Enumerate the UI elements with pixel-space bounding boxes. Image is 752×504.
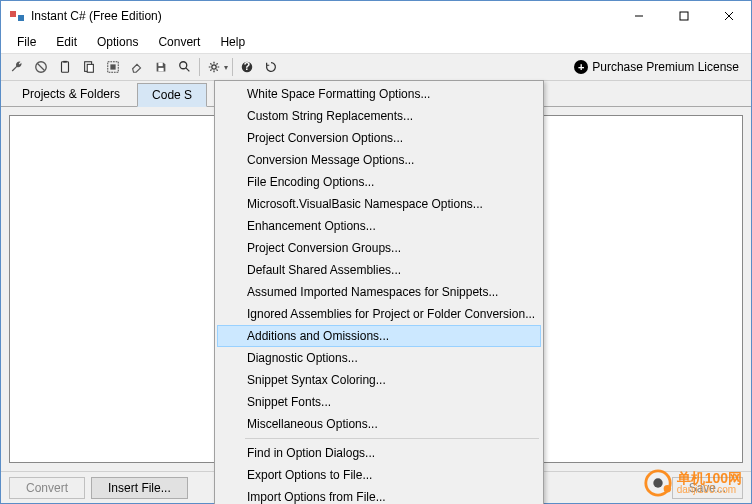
svg-rect-14 xyxy=(158,63,162,67)
svg-line-7 xyxy=(38,64,45,71)
gear-icon[interactable] xyxy=(203,56,225,78)
titlebar: Instant C# (Free Edition) xyxy=(1,1,751,31)
dropdown-item[interactable]: Snippet Fonts... xyxy=(217,391,541,413)
dropdown-item[interactable]: Snippet Syntax Coloring... xyxy=(217,369,541,391)
save-icon[interactable] xyxy=(150,56,172,78)
insert-file-button[interactable]: Insert File... xyxy=(91,477,188,499)
minimize-button[interactable] xyxy=(616,1,661,31)
window-controls xyxy=(616,1,751,31)
plus-circle-icon: + xyxy=(574,60,588,74)
dropdown-item[interactable]: Miscellaneous Options... xyxy=(217,413,541,435)
menu-help[interactable]: Help xyxy=(210,33,255,51)
dropdown-item[interactable]: Find in Option Dialogs... xyxy=(217,442,541,464)
dropdown-item[interactable]: Project Conversion Options... xyxy=(217,127,541,149)
menu-edit[interactable]: Edit xyxy=(46,33,87,51)
paste-icon[interactable] xyxy=(78,56,100,78)
tab-projects-folders[interactable]: Projects & Folders xyxy=(7,82,135,106)
svg-point-16 xyxy=(180,62,187,69)
gear-dropdown-caret[interactable]: ▾ xyxy=(224,63,228,72)
dropdown-item[interactable]: Export Options to File... xyxy=(217,464,541,486)
svg-rect-15 xyxy=(158,68,163,72)
refresh-icon[interactable] xyxy=(260,56,282,78)
menu-file[interactable]: File xyxy=(7,33,46,51)
options-dropdown-menu: White Space Formatting Options... Custom… xyxy=(214,80,544,504)
toolbar-separator xyxy=(199,58,200,76)
dropdown-item[interactable]: White Space Formatting Options... xyxy=(217,83,541,105)
dropdown-item[interactable]: Project Conversion Groups... xyxy=(217,237,541,259)
purchase-label: Purchase Premium License xyxy=(592,60,739,74)
svg-rect-0 xyxy=(10,11,16,17)
erase-icon[interactable] xyxy=(126,56,148,78)
toolbar: ▾ ? + Purchase Premium License xyxy=(1,53,751,81)
dropdown-item-additions-omissions[interactable]: Additions and Omissions... xyxy=(217,325,541,347)
app-icon xyxy=(9,8,25,24)
dropdown-item[interactable]: Diagnostic Options... xyxy=(217,347,541,369)
menu-options[interactable]: Options xyxy=(87,33,148,51)
dropdown-item[interactable]: Microsoft.VisualBasic Namespace Options.… xyxy=(217,193,541,215)
dropdown-item[interactable]: Conversion Message Options... xyxy=(217,149,541,171)
svg-text:?: ? xyxy=(244,60,250,72)
menubar: File Edit Options Convert Help xyxy=(1,31,751,53)
window-title: Instant C# (Free Edition) xyxy=(31,9,616,23)
convert-button[interactable]: Convert xyxy=(9,477,85,499)
save-button[interactable]: Save... xyxy=(672,477,743,499)
purchase-link[interactable]: + Purchase Premium License xyxy=(566,60,747,74)
tab-code-snippets[interactable]: Code S xyxy=(137,83,207,107)
dropdown-item[interactable]: Import Options from File... xyxy=(217,486,541,504)
svg-rect-9 xyxy=(63,61,67,63)
select-all-icon[interactable] xyxy=(102,56,124,78)
clipboard-icon[interactable] xyxy=(54,56,76,78)
menu-convert[interactable]: Convert xyxy=(148,33,210,51)
svg-rect-8 xyxy=(62,62,69,73)
dropdown-item[interactable]: Custom String Replacements... xyxy=(217,105,541,127)
dropdown-item[interactable]: File Encoding Options... xyxy=(217,171,541,193)
wrench-icon[interactable] xyxy=(6,56,28,78)
help-icon[interactable]: ? xyxy=(236,56,258,78)
svg-rect-3 xyxy=(680,12,688,20)
svg-line-17 xyxy=(186,68,190,72)
dropdown-item[interactable]: Ignored Assemblies for Project or Folder… xyxy=(217,303,541,325)
close-button[interactable] xyxy=(706,1,751,31)
svg-rect-1 xyxy=(18,15,24,21)
dropdown-separator xyxy=(245,438,539,439)
dropdown-item[interactable]: Default Shared Assemblies... xyxy=(217,259,541,281)
maximize-button[interactable] xyxy=(661,1,706,31)
dropdown-item[interactable]: Assumed Imported Namespaces for Snippets… xyxy=(217,281,541,303)
svg-point-18 xyxy=(212,65,216,69)
search-icon[interactable] xyxy=(174,56,196,78)
dropdown-item[interactable]: Enhancement Options... xyxy=(217,215,541,237)
cancel-icon[interactable] xyxy=(30,56,52,78)
svg-rect-13 xyxy=(110,64,115,69)
toolbar-separator xyxy=(232,58,233,76)
svg-rect-11 xyxy=(87,64,93,72)
